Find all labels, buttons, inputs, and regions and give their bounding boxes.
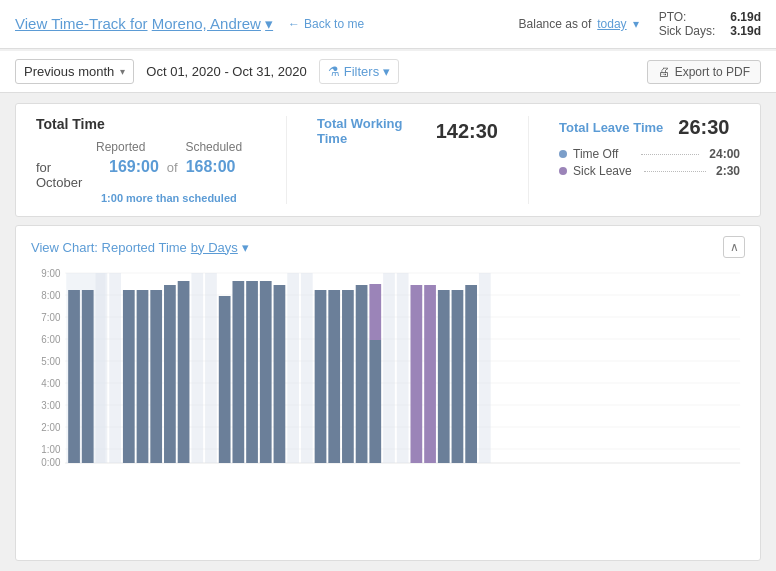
dots-line	[641, 154, 699, 155]
bar-day-2	[82, 290, 94, 463]
bar-day-16	[274, 285, 286, 463]
chart-area: 9:00 8:00 7:00 6:00 5:00 4:00 3:00 2:00 …	[31, 268, 745, 468]
sick-leave-value: 2:30	[716, 164, 740, 178]
list-item: Time Off 24:00	[559, 147, 740, 161]
title-prefix: View Time-Track for	[15, 15, 148, 32]
bar-day-23-leave	[369, 284, 381, 340]
vertical-divider	[286, 116, 287, 204]
svg-text:7:00: 7:00	[41, 312, 61, 323]
bar-day-22	[356, 285, 368, 463]
chart-title-prefix: View Chart: Reported Time	[31, 240, 187, 255]
collapse-icon: ∧	[730, 240, 739, 254]
total-time-section: Total Time Reported Scheduled for Octobe…	[36, 116, 256, 204]
chart-dropdown-icon[interactable]: ▾	[242, 240, 249, 255]
leave-time-label: Total Leave Time	[559, 120, 663, 135]
header: View Time-Track for Moreno, Andrew ▾ Bac…	[0, 0, 776, 49]
leave-time-value: 26:30	[678, 116, 729, 139]
chart-card: View Chart: Reported Time by Days ▾ ∧	[15, 225, 761, 561]
page: View Time-Track for Moreno, Andrew ▾ Bac…	[0, 0, 776, 571]
date-range: Oct 01, 2020 - Oct 31, 2020	[146, 64, 306, 79]
bar-day-14	[246, 281, 258, 463]
svg-text:6:00: 6:00	[41, 334, 61, 345]
bar-day-31-bg	[479, 273, 491, 463]
bar-day-19	[315, 290, 327, 463]
dots-line-2	[644, 171, 705, 172]
bar-day-10-bg	[191, 273, 203, 463]
bar-day-29	[452, 290, 464, 463]
main-content: Total Time Reported Scheduled for Octobe…	[0, 93, 776, 571]
toolbar: Previous month ▾ Oct 01, 2020 - Oct 31, …	[0, 51, 776, 93]
filter-icon: ⚗	[328, 64, 340, 79]
bar-day-6	[137, 290, 149, 463]
pto-box: PTO: 6.19d Sick Days: 3.19d	[659, 10, 761, 38]
leave-time-section: Total Leave Time 26:30 Time Off 24:00 Si…	[559, 116, 740, 181]
more-than-value: 1:00	[101, 192, 123, 204]
chart-by-days: by Days	[191, 240, 238, 255]
sick-row: Sick Days: 3.19d	[659, 24, 761, 38]
svg-text:5:00: 5:00	[41, 356, 61, 367]
of-label: of	[167, 160, 178, 175]
period-select[interactable]: Previous month ▾	[15, 59, 134, 84]
employee-name[interactable]: Moreno, Andrew	[152, 15, 261, 32]
bar-day-8	[164, 285, 176, 463]
working-time-label: Total Working Time	[317, 116, 421, 146]
filters-button[interactable]: ⚗ Filters ▾	[319, 59, 399, 84]
for-october-row: for October 169:00 of 168:00	[36, 158, 256, 190]
list-item: Sick Leave 2:30	[559, 164, 740, 178]
more-than-text: 1:00 more than scheduled	[101, 192, 256, 204]
bar-day-17-bg	[287, 273, 299, 463]
time-off-dot	[559, 150, 567, 158]
vertical-divider-2	[528, 116, 529, 204]
today-button[interactable]: today	[597, 17, 626, 31]
today-dropdown-icon[interactable]: ▾	[633, 17, 639, 31]
chart-title-button[interactable]: View Chart: Reported Time by Days ▾	[31, 240, 249, 255]
bar-day-20	[328, 290, 340, 463]
pto-value: 6.19d	[730, 10, 761, 24]
bar-day-13	[232, 281, 244, 463]
time-off-value: 24:00	[709, 147, 740, 161]
pto-row: PTO: 6.19d	[659, 10, 761, 24]
svg-text:3:00: 3:00	[41, 400, 61, 411]
svg-text:9:00: 9:00	[41, 268, 61, 279]
bar-chart: 9:00 8:00 7:00 6:00 5:00 4:00 3:00 2:00 …	[31, 268, 745, 468]
export-label: Export to PDF	[675, 65, 750, 79]
period-label: Previous month	[24, 64, 114, 79]
reported-header: Reported	[96, 140, 145, 154]
bar-day-27-leave	[424, 285, 436, 463]
reported-scheduled-headers: Reported Scheduled	[96, 140, 256, 154]
page-title: View Time-Track for Moreno, Andrew ▾	[15, 15, 273, 33]
working-time-value: 142:30	[436, 120, 498, 143]
balance-label: Balance as of	[519, 17, 592, 31]
period-dropdown-icon: ▾	[120, 66, 125, 77]
for-label: for October	[36, 160, 101, 190]
bar-day-4-bg	[109, 273, 121, 463]
filters-label: Filters	[344, 64, 379, 79]
bar-day-9	[178, 281, 190, 463]
summary-card: Total Time Reported Scheduled for Octobe…	[15, 103, 761, 217]
leave-time-header: Total Leave Time 26:30	[559, 116, 740, 139]
bar-day-30	[465, 285, 477, 463]
bar-day-23-work	[369, 340, 381, 463]
bar-day-26-leave	[410, 285, 422, 463]
back-link[interactable]: Back to me	[288, 17, 364, 31]
dropdown-arrow-icon[interactable]: ▾	[265, 15, 273, 32]
bar-day-11-bg	[205, 273, 217, 463]
bar-day-7	[150, 290, 162, 463]
reported-value: 169:00	[109, 158, 159, 176]
chart-title: View Chart: Reported Time by Days ▾ ∧	[31, 236, 745, 258]
filters-dropdown-icon: ▾	[383, 64, 390, 79]
export-button[interactable]: 🖨 Export to PDF	[647, 60, 761, 84]
svg-text:8:00: 8:00	[41, 290, 61, 301]
total-time-title: Total Time	[36, 116, 256, 132]
bar-day-25-bg	[397, 273, 409, 463]
svg-text:2:00: 2:00	[41, 422, 61, 433]
bar-day-28	[438, 290, 450, 463]
header-right: Balance as of today ▾ PTO: 6.19d Sick Da…	[519, 10, 761, 38]
sick-leave-label: Sick Leave	[573, 164, 634, 178]
svg-text:1:00: 1:00	[41, 444, 61, 455]
chart-collapse-button[interactable]: ∧	[723, 236, 745, 258]
bar-day-12	[219, 296, 231, 463]
sick-value: 3.19d	[730, 24, 761, 38]
bar-day-18-bg	[301, 273, 313, 463]
scheduled-value: 168:00	[186, 158, 236, 176]
